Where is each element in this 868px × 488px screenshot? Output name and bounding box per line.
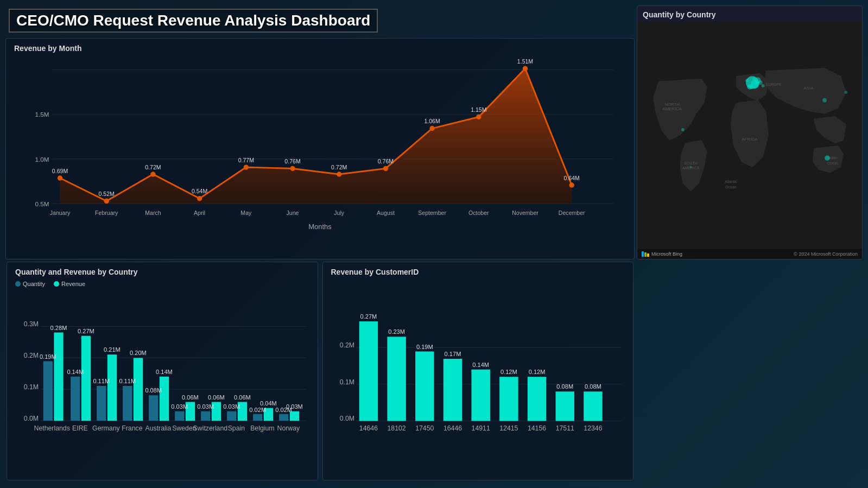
svg-text:0.23M: 0.23M (388, 328, 405, 335)
svg-text:0.11M: 0.11M (93, 378, 110, 384)
page-title: CEO/CMO Request Revenue Analysis Dashboa… (9, 9, 378, 33)
bottom-row: Quantity and Revenue by Country Quantity… (5, 261, 635, 482)
svg-point-8 (58, 175, 62, 180)
svg-text:16446: 16446 (443, 424, 461, 432)
title-bar: CEO/CMO Request Revenue Analysis Dashboa… (4, 4, 636, 37)
map-container: NORTH AMERICA SOUTH AMERICA EUROPE AFRIC… (637, 21, 862, 249)
svg-text:October: October (468, 210, 489, 216)
svg-text:January: January (50, 210, 71, 216)
legend-revenue: Revenue (54, 281, 85, 287)
svg-text:12415: 12415 (499, 424, 518, 432)
svg-text:0.06M: 0.06M (234, 394, 251, 400)
svg-text:June: June (287, 210, 299, 216)
svg-text:0.03M: 0.03M (171, 403, 188, 409)
revenue-customer-title: Revenue by CustomerID (331, 268, 625, 276)
svg-text:Switzerland: Switzerland (193, 424, 228, 432)
revenue-month-chart: 0.5M 1.0M 1.5M (14, 57, 626, 242)
svg-text:0.77M: 0.77M (238, 157, 254, 163)
svg-rect-94 (123, 385, 132, 420)
svg-rect-149 (499, 377, 518, 421)
svg-text:0.12M: 0.12M (500, 369, 517, 375)
svg-text:0.72M: 0.72M (331, 164, 347, 170)
dashboard: CEO/CMO Request Revenue Analysis Dashboa… (0, 0, 868, 488)
svg-text:France: France (122, 424, 142, 432)
svg-point-16 (429, 126, 434, 131)
svg-text:14911: 14911 (471, 424, 490, 432)
svg-text:Netherlands: Netherlands (34, 424, 70, 432)
svg-text:0.03M: 0.03M (223, 403, 240, 409)
svg-rect-119 (253, 414, 262, 420)
svg-text:0.52M: 0.52M (99, 191, 115, 197)
svg-rect-90 (107, 354, 117, 421)
svg-text:0.19M: 0.19M (40, 353, 56, 359)
svg-text:0.03M: 0.03M (286, 403, 303, 409)
svg-text:ASIA: ASIA (803, 86, 814, 91)
svg-rect-95 (134, 358, 143, 421)
svg-rect-140 (415, 351, 434, 421)
svg-text:12346: 12346 (584, 424, 602, 432)
svg-point-10 (150, 172, 155, 176)
svg-rect-152 (527, 377, 546, 421)
svg-point-18 (523, 66, 528, 71)
svg-rect-99 (149, 395, 158, 421)
revenue-legend-label: Revenue (61, 281, 85, 287)
legend-quantity: Quantity (15, 281, 45, 287)
quantity-legend-dot (15, 281, 21, 287)
svg-rect-89 (97, 385, 106, 420)
svg-text:0.0M: 0.0M (24, 414, 39, 422)
svg-text:0.72M: 0.72M (145, 164, 161, 170)
svg-rect-158 (584, 391, 602, 421)
svg-text:0.5M: 0.5M (35, 200, 49, 207)
map-title: Quantity by Country (637, 6, 862, 21)
svg-text:0.76M: 0.76M (284, 158, 300, 164)
svg-text:0.04M: 0.04M (260, 400, 277, 406)
svg-rect-143 (443, 358, 461, 420)
svg-text:17450: 17450 (415, 424, 434, 432)
svg-rect-85 (81, 335, 91, 420)
svg-point-64 (745, 79, 749, 82)
revenue-by-month-panel: Revenue by Month 0.5M 1.0M 1.5M (5, 38, 635, 259)
svg-rect-84 (71, 376, 80, 420)
bing-logo: Microsoft Bing (642, 251, 682, 257)
svg-text:1.06M: 1.06M (424, 118, 440, 124)
svg-text:May: May (240, 210, 252, 216)
svg-rect-109 (201, 411, 210, 420)
svg-text:0.08M: 0.08M (145, 387, 162, 394)
svg-text:0.76M: 0.76M (378, 158, 394, 164)
svg-text:Months: Months (308, 223, 331, 231)
svg-text:Ocean: Ocean (827, 161, 838, 165)
svg-text:November: November (512, 210, 538, 216)
svg-point-67 (822, 98, 827, 103)
svg-text:Australia: Australia (145, 424, 171, 432)
svg-text:SOUTH: SOUTH (685, 161, 698, 165)
bar-14646 (359, 321, 377, 421)
svg-text:0.02M: 0.02M (249, 406, 266, 413)
svg-text:Spain: Spain (228, 424, 245, 432)
svg-text:0.27M: 0.27M (360, 313, 377, 320)
svg-text:July: July (334, 210, 344, 216)
svg-text:September: September (418, 210, 446, 216)
svg-rect-72 (647, 253, 649, 257)
svg-point-65 (825, 155, 830, 161)
svg-text:EIRE: EIRE (72, 424, 88, 432)
revenue-month-title: Revenue by Month (14, 44, 626, 53)
svg-point-17 (476, 115, 481, 119)
revenue-customer-chart: 0.0M 0.1M 0.2M 0.27M 14646 0.23M 18102 (331, 281, 625, 441)
svg-text:0.17M: 0.17M (444, 351, 461, 357)
svg-text:0.1M: 0.1M (24, 383, 39, 391)
svg-text:0.11M: 0.11M (119, 378, 136, 384)
svg-text:0.21M: 0.21M (104, 346, 121, 353)
svg-text:14646: 14646 (359, 424, 377, 432)
svg-rect-104 (175, 411, 184, 420)
svg-text:NORTH: NORTH (664, 102, 680, 107)
svg-point-63 (762, 84, 765, 87)
svg-text:0.27M: 0.27M (78, 327, 94, 334)
svg-text:0.06M: 0.06M (182, 394, 199, 400)
svg-text:18102: 18102 (387, 424, 406, 432)
svg-text:0.0M: 0.0M (339, 415, 354, 422)
svg-text:0.12M: 0.12M (528, 369, 545, 375)
svg-point-15 (383, 166, 388, 171)
svg-point-60 (747, 84, 752, 90)
svg-point-13 (290, 166, 295, 171)
svg-text:1.51M: 1.51M (517, 58, 533, 65)
